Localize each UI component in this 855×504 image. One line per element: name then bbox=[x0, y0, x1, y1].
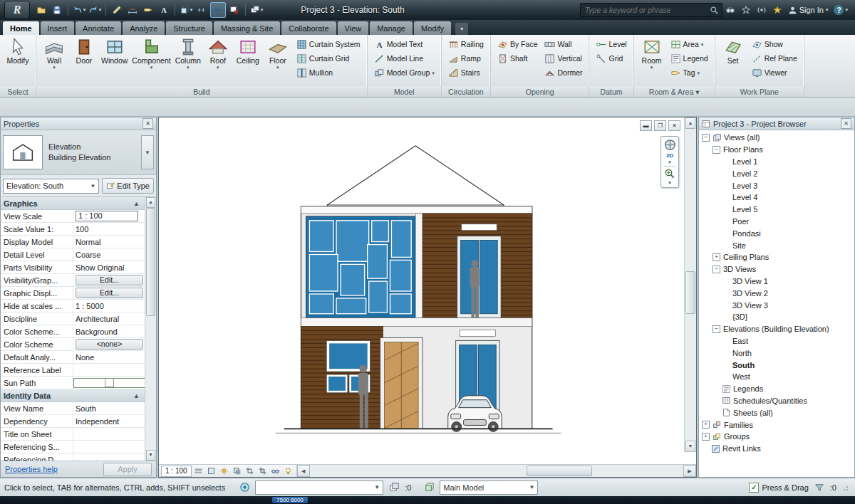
taskbar-button[interactable]: 7500 6000 bbox=[272, 497, 308, 503]
tree-item-site[interactable]: Site bbox=[699, 239, 854, 251]
filter-icon[interactable] bbox=[813, 481, 826, 494]
scroll-down-icon[interactable]: ▼ bbox=[146, 450, 155, 461]
property-value[interactable]: Coarse bbox=[73, 251, 145, 259]
ribbon-select-modify-button[interactable]: Modify bbox=[3, 37, 33, 84]
edit-type-button[interactable]: Edit Type bbox=[102, 178, 154, 194]
ribbon-build-floor-button[interactable]: Floor▾ bbox=[263, 37, 293, 84]
ribbon-opening-vertical-button[interactable]: Vertical bbox=[542, 51, 584, 65]
qat-tag-button[interactable] bbox=[141, 3, 155, 17]
ribbon-build-ceiling-button[interactable]: Ceiling bbox=[233, 37, 263, 84]
panel-label-build[interactable]: Build bbox=[36, 86, 367, 97]
ribbon-build-roof-button[interactable]: Roof▾ bbox=[203, 37, 233, 84]
ribbon-model-model-group-button[interactable]: Model Group▾ bbox=[372, 65, 437, 80]
design-option-icon[interactable] bbox=[423, 481, 435, 494]
property-value[interactable]: Independent bbox=[73, 417, 145, 426]
ribbon-room-area-area-button[interactable]: Area▾ bbox=[668, 37, 710, 51]
tree-item-3d-view-2[interactable]: 3D View 2 bbox=[699, 287, 854, 299]
property-value[interactable]: 100 bbox=[73, 225, 145, 233]
qat-thin-lines-button[interactable] bbox=[210, 2, 226, 18]
property-value[interactable]: Show Original bbox=[73, 263, 145, 272]
crop-view-button[interactable] bbox=[244, 466, 256, 476]
tree-item-level-1[interactable]: Level 1 bbox=[699, 156, 854, 168]
project-browser-header[interactable]: Project 3 - Project Browser ✕ bbox=[699, 117, 854, 130]
tree-item-3d-views[interactable]: −3D Views bbox=[699, 263, 854, 275]
favorites-button[interactable] bbox=[770, 3, 785, 17]
vertical-scrollbar[interactable]: ▲ ▼ bbox=[684, 117, 696, 452]
type-selector[interactable]: Elevation Building Elevation ▼ bbox=[1, 130, 156, 175]
tree-item-revit-links[interactable]: Revit Links bbox=[699, 443, 854, 455]
ribbon-work-plane-viewer-button[interactable]: Viewer bbox=[750, 65, 799, 80]
tab-analyze[interactable]: Analyze bbox=[123, 21, 165, 35]
scroll-up-icon[interactable]: ▲ bbox=[146, 197, 155, 208]
tree-item-views-all[interactable]: −Views (all) bbox=[699, 132, 854, 144]
tree-item-south[interactable]: South bbox=[699, 359, 854, 371]
scroll-left-icon[interactable]: ◀ bbox=[297, 465, 310, 477]
ribbon-build-mullion-button[interactable]: Mullion bbox=[294, 65, 363, 80]
resize-grip[interactable] bbox=[842, 483, 851, 492]
tree-expander-expand-icon[interactable]: + bbox=[702, 433, 710, 441]
sun-path-checkbox[interactable] bbox=[105, 378, 114, 387]
qat-switch-windows-button[interactable]: ▾ bbox=[249, 3, 264, 17]
press-drag-toggle[interactable]: ✓ Press & Drag bbox=[749, 483, 808, 493]
detail-level-button[interactable] bbox=[192, 466, 204, 476]
tab-insert[interactable]: Insert bbox=[41, 21, 75, 35]
ribbon-datum-level-button[interactable]: Level bbox=[594, 37, 628, 51]
property-value[interactable]: South bbox=[73, 404, 145, 413]
undo-caret-icon[interactable]: ▾ bbox=[83, 8, 86, 12]
ribbon-room-area-room-button[interactable]: Room▾ bbox=[637, 37, 667, 84]
tab-massing-site[interactable]: Massing & Site bbox=[214, 21, 280, 35]
view-scale-button[interactable]: 1 : 100 bbox=[161, 466, 192, 477]
tab-modify[interactable]: Modify bbox=[414, 21, 451, 35]
tree-item-pondasi[interactable]: Pondasi bbox=[699, 227, 854, 239]
qat-redo-button[interactable]: ▾ bbox=[88, 3, 102, 17]
ribbon-model-model-line-button[interactable]: Model Line bbox=[372, 51, 437, 65]
tab-collaborate[interactable]: Collaborate bbox=[281, 21, 336, 35]
qat-undo-button[interactable]: ▾ bbox=[72, 3, 86, 17]
property-value[interactable]: 1 : 5000 bbox=[73, 302, 145, 310]
qat-dimension-button[interactable] bbox=[125, 3, 140, 17]
tab-home[interactable]: Home bbox=[3, 21, 39, 35]
view-3d-caret-icon[interactable]: ▾ bbox=[190, 8, 193, 12]
reveal-hidden-button[interactable] bbox=[282, 466, 294, 476]
ribbon-opening-by-face-button[interactable]: By Face bbox=[495, 37, 540, 51]
tree-item-west[interactable]: West bbox=[699, 371, 854, 383]
ribbon-build-component-button[interactable]: Component▾ bbox=[130, 37, 172, 84]
scroll-right-icon[interactable]: ▶ bbox=[683, 465, 696, 477]
project-browser-close-icon[interactable]: ✕ bbox=[841, 118, 851, 129]
panel-label-work-plane[interactable]: Work Plane bbox=[715, 86, 804, 97]
ribbon-circulation-stairs-button[interactable]: Stairs bbox=[446, 65, 486, 80]
drawing-viewport[interactable]: ▬ ❐ ✕ 2D ▾ ▾ ▲ bbox=[159, 117, 696, 464]
property-value[interactable]: None bbox=[73, 353, 145, 362]
search-input[interactable] bbox=[584, 5, 710, 15]
ribbon-circulation-railing-button[interactable]: Railing bbox=[446, 37, 486, 51]
subscription-center-button[interactable] bbox=[738, 3, 754, 17]
ribbon-opening-shaft-button[interactable]: Shaft bbox=[495, 51, 540, 65]
ribbon-room-area-tag-button[interactable]: Tag▾ bbox=[668, 65, 710, 80]
collapse-chevron-icon[interactable]: ▲ bbox=[133, 200, 140, 207]
sign-in-button[interactable]: Sign In ▾ bbox=[785, 6, 831, 15]
property-value[interactable]: Architectural bbox=[73, 315, 145, 323]
ribbon-circulation-ramp-button[interactable]: Ramp bbox=[446, 51, 486, 65]
property-value[interactable]: 1 : 100 bbox=[73, 211, 145, 221]
tree-expander-collapse-icon[interactable]: − bbox=[712, 325, 720, 333]
tree-item-sheets-all[interactable]: Sheets (all) bbox=[699, 406, 854, 419]
tree-item-legends[interactable]: Legends bbox=[699, 383, 854, 395]
ribbon-opening-dormer-button[interactable]: Dormer bbox=[542, 65, 584, 80]
editable-only-icon[interactable] bbox=[388, 481, 400, 494]
tree-item-north[interactable]: North bbox=[699, 347, 854, 359]
switch-windows-caret-icon[interactable]: ▾ bbox=[261, 8, 264, 12]
tree-item-3d-view-3[interactable]: 3D View 3 bbox=[699, 299, 854, 311]
shadows-button[interactable] bbox=[231, 466, 243, 476]
tree-expander-expand-icon[interactable]: + bbox=[702, 421, 710, 429]
tree-item-level-4[interactable]: Level 4 bbox=[699, 191, 854, 204]
properties-scroll-thumb[interactable] bbox=[146, 208, 155, 316]
steering-wheel-icon[interactable] bbox=[664, 139, 676, 151]
horizontal-scrollbar[interactable] bbox=[310, 465, 683, 477]
tree-expander-expand-icon[interactable]: + bbox=[712, 253, 720, 261]
tree-item-3d[interactable]: {3D} bbox=[699, 311, 854, 323]
temporary-hide-isolate-button[interactable] bbox=[269, 466, 281, 476]
ribbon-build-curtain-grid-button[interactable]: Curtain Grid bbox=[294, 51, 363, 65]
ribbon-work-plane-show-button[interactable]: Show bbox=[750, 37, 799, 51]
panel-label-select[interactable]: Select bbox=[0, 86, 36, 97]
help-button[interactable]: ? ▾ bbox=[831, 5, 851, 15]
